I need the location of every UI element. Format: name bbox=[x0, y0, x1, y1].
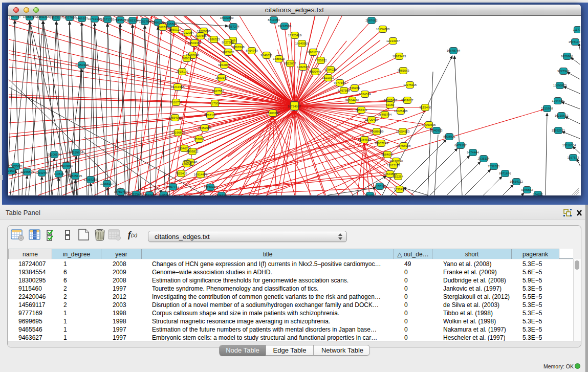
svg-text:8660124: 8660124 bbox=[169, 28, 181, 31]
svg-text:(x): (x) bbox=[131, 232, 138, 238]
svg-text:19654985: 19654985 bbox=[168, 116, 182, 119]
svg-text:19166825: 19166825 bbox=[171, 131, 185, 134]
svg-text:13226058: 13226058 bbox=[197, 30, 211, 33]
svg-text:14136141: 14136141 bbox=[373, 185, 387, 188]
svg-text:3493822: 3493822 bbox=[186, 150, 199, 153]
svg-text:19384554: 19384554 bbox=[358, 138, 372, 141]
svg-text:9242848: 9242848 bbox=[218, 63, 230, 67]
svg-text:16210643: 16210643 bbox=[555, 114, 569, 117]
svg-text:2867608: 2867608 bbox=[232, 46, 245, 49]
svg-text:9466103: 9466103 bbox=[76, 17, 88, 20]
svg-text:20691406: 20691406 bbox=[36, 16, 50, 18]
svg-text:20206576: 20206576 bbox=[48, 153, 61, 156]
svg-text:9115460: 9115460 bbox=[420, 106, 432, 109]
svg-text:12975115: 12975115 bbox=[403, 83, 417, 86]
svg-text:983245: 983245 bbox=[144, 193, 155, 195]
svg-text:15035001: 15035001 bbox=[9, 165, 23, 168]
svg-text:10807487: 10807487 bbox=[384, 99, 398, 102]
svg-text:1405572: 1405572 bbox=[9, 16, 21, 18]
svg-text:20053346: 20053346 bbox=[75, 63, 89, 67]
svg-text:114519: 114519 bbox=[54, 172, 64, 176]
svg-text:12213967: 12213967 bbox=[386, 39, 400, 42]
svg-text:1610755: 1610755 bbox=[170, 101, 182, 104]
svg-text:13958107: 13958107 bbox=[100, 182, 114, 185]
svg-text:8267130: 8267130 bbox=[204, 114, 216, 117]
svg-text:15736485: 15736485 bbox=[204, 186, 217, 189]
svg-text:6497568: 6497568 bbox=[338, 89, 350, 92]
svg-text:8427552: 8427552 bbox=[212, 90, 224, 93]
svg-text:1152760: 1152760 bbox=[139, 20, 151, 23]
svg-text:62160: 62160 bbox=[386, 103, 395, 106]
svg-text:16033809: 16033809 bbox=[220, 16, 234, 19]
svg-text:19975867: 19975867 bbox=[60, 164, 74, 167]
svg-text:140994: 140994 bbox=[182, 162, 192, 165]
svg-text:7625402: 7625402 bbox=[175, 172, 187, 175]
svg-text:11527602: 11527602 bbox=[63, 16, 77, 19]
svg-text:7663822: 7663822 bbox=[157, 26, 169, 29]
svg-text:16914479: 16914479 bbox=[194, 173, 208, 176]
svg-text:12093873: 12093873 bbox=[553, 84, 567, 87]
svg-text:857834: 857834 bbox=[194, 138, 205, 141]
svg-text:18807249: 18807249 bbox=[375, 142, 388, 145]
svg-text:10025438: 10025438 bbox=[394, 110, 408, 113]
svg-text:1167533: 1167533 bbox=[568, 156, 580, 159]
svg-text:12156829: 12156829 bbox=[20, 170, 34, 173]
svg-text:8454749: 8454749 bbox=[246, 49, 258, 52]
svg-text:16961758: 16961758 bbox=[307, 51, 320, 54]
svg-text:8813054: 8813054 bbox=[268, 18, 280, 21]
svg-text:15300293: 15300293 bbox=[266, 112, 280, 115]
svg-text:7357274: 7357274 bbox=[227, 25, 239, 28]
svg-text:1362615: 1362615 bbox=[297, 65, 309, 69]
svg-text:16120746: 16120746 bbox=[389, 160, 403, 163]
svg-text:9857771: 9857771 bbox=[167, 185, 179, 188]
svg-text:17016504: 17016504 bbox=[562, 144, 576, 147]
svg-text:9466103: 9466103 bbox=[152, 21, 164, 24]
svg-text:3912954: 3912954 bbox=[182, 31, 194, 34]
svg-text:1640953: 1640953 bbox=[430, 129, 443, 132]
svg-text:10154808: 10154808 bbox=[376, 28, 390, 31]
svg-text:15751074: 15751074 bbox=[569, 40, 580, 43]
svg-text:2935114: 2935114 bbox=[478, 157, 490, 160]
svg-text:12505135: 12505135 bbox=[69, 174, 82, 178]
svg-text:2718170: 2718170 bbox=[176, 70, 188, 73]
svg-text:6794028: 6794028 bbox=[324, 68, 337, 71]
svg-text:6479197: 6479197 bbox=[454, 144, 467, 147]
svg-text:12323446: 12323446 bbox=[129, 193, 143, 195]
svg-text:1244415: 1244415 bbox=[552, 99, 564, 102]
svg-text:15692971: 15692971 bbox=[552, 129, 565, 132]
svg-text:9329966: 9329966 bbox=[561, 55, 573, 58]
svg-text:10654112: 10654112 bbox=[510, 180, 524, 183]
svg-text:10756928: 10756928 bbox=[397, 144, 411, 147]
svg-text:391594: 391594 bbox=[8, 169, 17, 172]
svg-text:10571355: 10571355 bbox=[101, 18, 115, 21]
svg-text:12213368: 12213368 bbox=[171, 85, 185, 89]
svg-text:7485063: 7485063 bbox=[397, 69, 409, 72]
svg-text:3675685: 3675685 bbox=[222, 51, 234, 54]
svg-text:2087682: 2087682 bbox=[365, 19, 378, 22]
svg-text:16648784: 16648784 bbox=[447, 49, 461, 52]
svg-text:19218506: 19218506 bbox=[278, 25, 292, 28]
svg-text:10719135: 10719135 bbox=[88, 17, 102, 20]
svg-text:9146821: 9146821 bbox=[260, 54, 273, 57]
svg-text:17957255: 17957255 bbox=[84, 178, 98, 181]
svg-text:8990448: 8990448 bbox=[309, 70, 321, 73]
svg-text:1065328: 1065328 bbox=[126, 19, 139, 22]
svg-text:7632621: 7632621 bbox=[488, 165, 500, 168]
svg-text:16782759: 16782759 bbox=[114, 190, 128, 193]
svg-text:19653287: 19653287 bbox=[50, 16, 63, 19]
svg-text:16724007: 16724007 bbox=[288, 105, 301, 108]
svg-text:16640910: 16640910 bbox=[295, 42, 309, 45]
svg-text:117006: 117006 bbox=[210, 102, 220, 105]
svg-text:1733426: 1733426 bbox=[394, 188, 406, 191]
svg-text:14055724: 14055724 bbox=[23, 16, 37, 18]
svg-text:746266: 746266 bbox=[350, 86, 360, 90]
svg-text:876120: 876120 bbox=[216, 194, 227, 195]
svg-text:1588520: 1588520 bbox=[273, 57, 285, 60]
svg-text:9327505: 9327505 bbox=[194, 34, 207, 37]
svg-text:1621072: 1621072 bbox=[322, 76, 334, 79]
svg-text:98901: 98901 bbox=[183, 57, 191, 60]
svg-text:12942757: 12942757 bbox=[35, 171, 49, 174]
svg-text:10688609: 10688609 bbox=[370, 130, 384, 133]
svg-text:15495744: 15495744 bbox=[378, 113, 392, 116]
svg-text:15720407: 15720407 bbox=[365, 118, 379, 121]
